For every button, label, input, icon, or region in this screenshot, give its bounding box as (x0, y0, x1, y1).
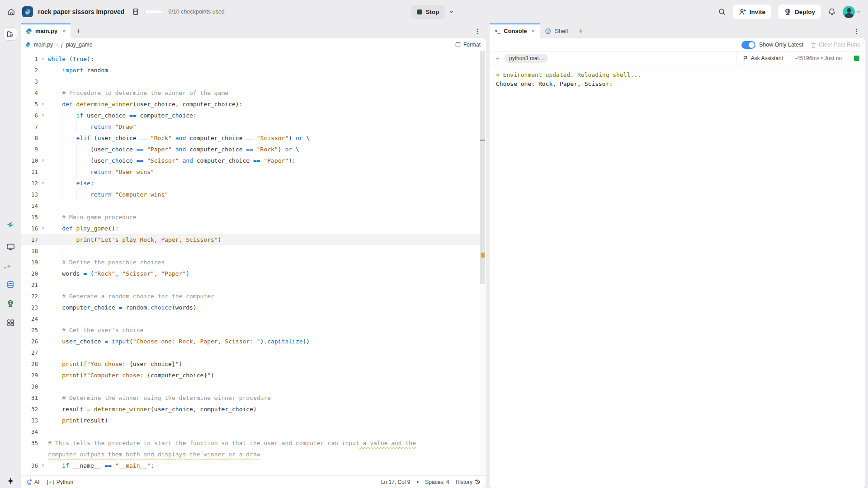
rail-updates-star-icon[interactable] (5, 475, 16, 486)
fold-gutter (38, 291, 48, 302)
language-status-button[interactable]: {✓} Python (47, 479, 73, 485)
cursor-position-status[interactable]: Ln 17, Col 9 (381, 479, 410, 485)
code-line[interactable]: 4# Procedure to determine the winner of … (21, 87, 486, 99)
ai-status-button[interactable]: AI (26, 479, 39, 485)
stop-button[interactable]: Stop (411, 5, 445, 19)
code-line[interactable]: 29print(f"Computer chose: {computer_choi… (21, 370, 486, 381)
code-line[interactable]: 9(user_choice == "Paper" and computer_ch… (21, 144, 486, 155)
code-line[interactable]: 7return "Draw" (21, 121, 486, 132)
code-line[interactable]: 23computer_choice = random.choice(words) (21, 302, 486, 313)
rail-database-icon[interactable] (5, 279, 16, 290)
code-line[interactable]: 16∨def play_game(): (21, 223, 486, 234)
run-collapse-chevron-icon[interactable] (495, 56, 500, 61)
code-line[interactable]: 14 (21, 200, 486, 211)
status-separator-dot: ● (416, 480, 419, 484)
code-line[interactable]: 25# Get the user's choice (21, 324, 486, 336)
tab-shell[interactable]: Shell (540, 23, 573, 38)
code-line[interactable]: 24 (21, 313, 486, 324)
fold-chevron-icon[interactable]: ∨ (38, 178, 48, 189)
code-line[interactable]: 33print(result) (21, 415, 486, 426)
search-button[interactable] (718, 8, 726, 16)
editor-overview-ruler[interactable] (480, 51, 486, 475)
rail-deployments-icon[interactable] (5, 298, 16, 309)
rail-all-tools-icon[interactable] (5, 317, 16, 328)
rail-agent-icon[interactable] (5, 219, 16, 230)
tab-console[interactable]: >_ Console × (490, 23, 540, 38)
account-menu[interactable] (843, 6, 861, 18)
editor-new-tab-button[interactable]: + (71, 23, 87, 38)
invite-button[interactable]: Invite (733, 5, 771, 19)
fold-chevron-icon[interactable]: ∨ (38, 99, 48, 110)
rail-console-icon[interactable]: >_ (5, 260, 16, 271)
code-line[interactable]: 1∨while (True): (21, 53, 486, 65)
code-line[interactable]: 5∨def determine_winner(user_choice, comp… (21, 99, 486, 110)
tab-close-icon[interactable]: × (62, 28, 66, 34)
fold-gutter (38, 324, 48, 336)
editor-pane-menu-icon[interactable]: ⋮ (469, 23, 486, 38)
notifications-button[interactable] (828, 8, 836, 16)
deploy-label: Deploy (795, 9, 815, 15)
format-button[interactable]: Format (455, 42, 481, 48)
toggle-on-icon[interactable] (741, 41, 755, 49)
code-line[interactable]: 28print(f"You chose: {user_choice}") (21, 358, 486, 370)
run-command-pill[interactable]: python3 mai... (504, 54, 548, 63)
code-editor[interactable]: 1∨while (True):2import random34# Procedu… (21, 51, 486, 475)
code-line[interactable]: 36∨if __name__ == "__main__": (21, 460, 486, 471)
code-line[interactable]: 18 (21, 245, 486, 257)
rail-webview-icon[interactable] (5, 241, 16, 252)
repl-title[interactable]: rock paper sissors improved (38, 8, 124, 15)
code-line[interactable]: 11return "User wins" (21, 166, 486, 178)
code-line[interactable]: 15# Main game procedure (21, 211, 486, 223)
code-line[interactable]: 35# This tells the procedure to start th… (21, 437, 486, 449)
fold-gutter (38, 437, 48, 449)
home-button[interactable] (5, 6, 17, 18)
ask-assistant-button[interactable]: Ask Assistant (736, 52, 789, 65)
code-line[interactable]: 12∨else: (21, 178, 486, 189)
code-line[interactable]: 3 (21, 76, 486, 87)
code-line[interactable]: 27 (21, 347, 486, 358)
history-button[interactable]: History (456, 479, 481, 485)
breadcrumb-symbol[interactable]: play_game (66, 42, 93, 48)
console-output[interactable]: » Environment updated. Reloading shell..… (490, 66, 865, 94)
code-line[interactable]: computer outputs them both and displays … (21, 449, 486, 460)
code-line[interactable]: 13return "Computer wins" (21, 189, 486, 200)
fold-chevron-icon[interactable]: ∨ (38, 155, 48, 166)
breadcrumb: main.py › f play_game Format (21, 38, 486, 51)
code-line[interactable]: 32result = determine_winner(user_choice,… (21, 404, 486, 415)
tab-close-icon[interactable]: × (532, 28, 535, 34)
code-line[interactable]: 21 (21, 279, 486, 291)
code-line[interactable]: 34 (21, 426, 486, 437)
fold-chevron-icon[interactable]: ∨ (38, 110, 48, 121)
breadcrumb-separator: › (56, 42, 58, 48)
python-lang-icon: {✓} (47, 479, 54, 485)
console-pane-menu-icon[interactable]: ⋮ (848, 23, 865, 38)
code-line[interactable]: 20words = ("Rock", "Scissor", "Paper") (21, 268, 486, 279)
scrollbar-thumb[interactable] (480, 51, 485, 284)
code-line[interactable]: 22# Generate a random choice for the com… (21, 291, 486, 302)
code-line[interactable]: 30 (21, 381, 486, 392)
fold-chevron-icon[interactable]: ∨ (38, 223, 48, 234)
fold-chevron-icon[interactable]: ∨ (38, 53, 48, 65)
console-new-tab-button[interactable]: + (573, 23, 589, 38)
indentation-status[interactable]: Spaces: 4 (425, 479, 449, 485)
tab-main-py[interactable]: main.py × (21, 23, 71, 38)
run-success-indicator (854, 56, 859, 61)
show-only-latest-toggle[interactable]: Show Only Latest (741, 41, 803, 49)
code-line[interactable]: 10∨(user_choice == "Scissor" and compute… (21, 155, 486, 166)
clear-past-runs-button[interactable]: Clear Past Runs (811, 42, 860, 48)
fold-chevron-icon[interactable]: ∨ (38, 460, 48, 471)
deploy-button[interactable]: Deploy (778, 5, 821, 19)
code-line[interactable]: 6∨if user_choice == computer_choice: (21, 110, 486, 121)
run-options-chevron[interactable] (446, 7, 457, 16)
code-line[interactable]: 17print("Let's play Rock, Paper, Scissor… (21, 234, 486, 245)
code-line[interactable]: 31# Determine the winner using the deter… (21, 392, 486, 404)
code-line[interactable]: 26user_choice = input("Choose one: Rock,… (21, 336, 486, 347)
run-timing: -45196ms • Just no (789, 52, 848, 65)
code-line[interactable]: 8elif (user_choice == "Rock" and compute… (21, 132, 486, 144)
avatar (843, 6, 855, 18)
python-file-icon (26, 28, 32, 34)
file-tree-toggle-button[interactable] (4, 27, 17, 41)
code-line[interactable]: 19# Define the possible choices (21, 257, 486, 268)
code-line[interactable]: 2import random (21, 65, 486, 76)
breadcrumb-file[interactable]: main.py (34, 42, 53, 48)
